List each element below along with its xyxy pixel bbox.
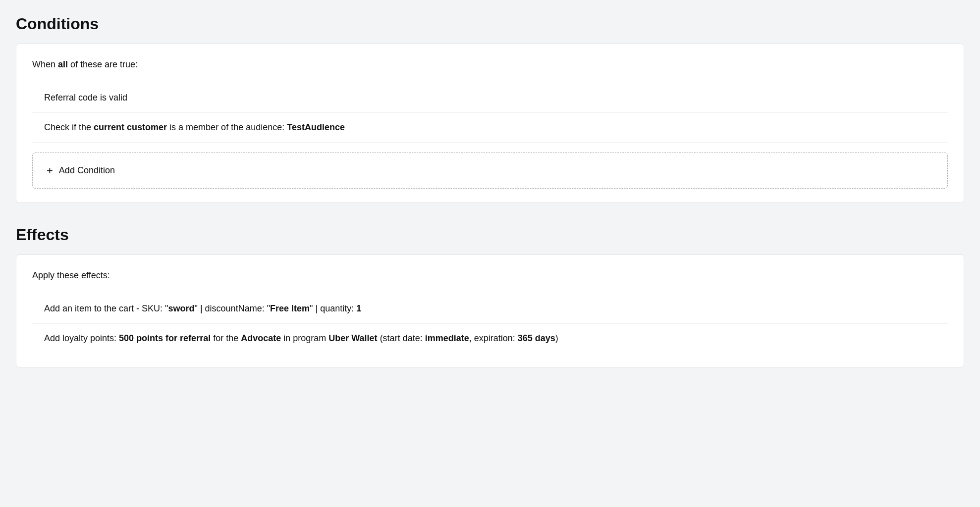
add-condition-label: Add Condition (59, 164, 115, 177)
condition-item-1: Referral code is valid (32, 83, 948, 113)
conditions-card: When all of these are true: Referral cod… (16, 44, 964, 203)
condition-item-2: Check if the current customer is a membe… (32, 113, 948, 143)
conditions-intro: When all of these are true: (32, 58, 948, 71)
conditions-all-bold: all (58, 59, 68, 69)
effects-title: Effects (16, 223, 964, 247)
effects-section: Effects Apply these effects: Add an item… (16, 223, 964, 367)
effects-intro: Apply these effects: (32, 269, 948, 282)
add-condition-button[interactable]: + Add Condition (32, 152, 948, 189)
plus-icon: + (47, 165, 53, 176)
effect-item-2: Add loyalty points: 500 points for refer… (32, 324, 948, 353)
effects-card: Apply these effects: Add an item to the … (16, 254, 964, 367)
effect-item-1: Add an item to the cart - SKU: "sword" |… (32, 294, 948, 324)
conditions-title: Conditions (16, 12, 964, 36)
